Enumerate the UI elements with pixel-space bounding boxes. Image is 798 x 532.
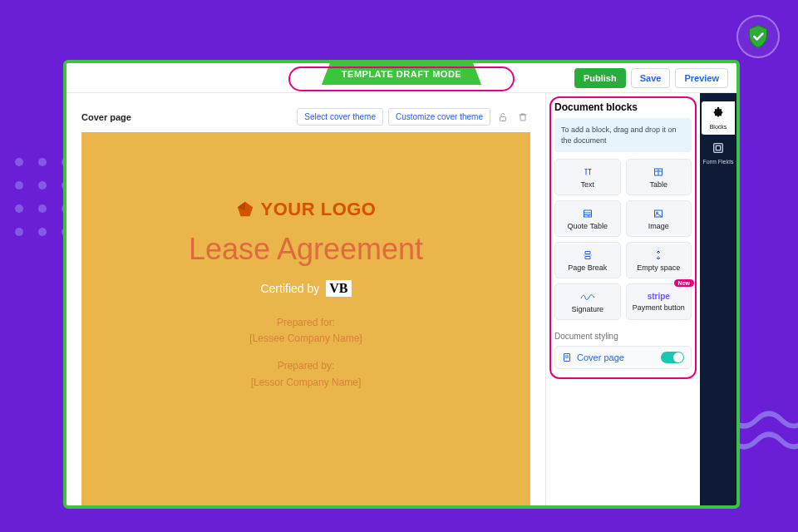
cover-page-label: Cover page (81, 112, 131, 122)
prepared-by-block: Prepared by: [Lessor Company Name] (251, 358, 362, 390)
canvas-column: Cover page Select cover theme Customize … (66, 93, 545, 505)
block-label: Text (580, 180, 594, 189)
svg-rect-8 (716, 145, 720, 150)
rail-tab-blocks[interactable]: Blocks (702, 101, 735, 135)
prepared-for-block: Prepared for: [Lessee Company Name] (249, 315, 362, 347)
rail-label: Blocks (710, 124, 727, 130)
signature-icon (580, 291, 595, 303)
save-button[interactable]: Save (631, 68, 671, 88)
block-label: Signature (571, 305, 603, 313)
empty-space-icon (653, 249, 664, 261)
prepared-for-value: [Lessee Company Name] (249, 331, 362, 347)
block-text[interactable]: Text (554, 159, 621, 195)
blocks-panel-tip: To add a block, drag and drop it on the … (554, 118, 692, 152)
shield-icon (745, 23, 771, 50)
new-badge: New (674, 279, 694, 287)
blocks-panel-title: Document blocks (554, 101, 692, 113)
block-page-break[interactable]: Page Break (554, 242, 621, 278)
svg-rect-3 (584, 210, 591, 217)
block-label: Table (649, 180, 667, 189)
table-icon (653, 166, 664, 178)
customize-cover-theme-button[interactable]: Customize cover theme (388, 108, 490, 126)
certified-mark: VB (326, 280, 351, 297)
template-mode-badge: TEMPLATE DRAFT MODE (322, 63, 481, 85)
rail-label: Form Fields (703, 159, 734, 165)
cover-toggle-switch[interactable] (661, 352, 684, 363)
stripe-logo: stripe (648, 292, 670, 301)
svg-rect-0 (500, 116, 506, 121)
svg-rect-7 (714, 144, 723, 153)
block-label: Page Break (568, 264, 607, 272)
workspace: Cover page Select cover theme Customize … (66, 93, 736, 505)
canvas-header: Cover page Select cover theme Customize … (81, 108, 530, 126)
puzzle-icon (712, 106, 725, 122)
block-label: Empty space (637, 264, 680, 272)
bg-dots-decor (0, 158, 70, 236)
logo-text: YOUR LOGO (261, 199, 377, 220)
block-quote-table[interactable]: Quote Table (554, 200, 621, 237)
top-toolbar: TEMPLATE DRAFT MODE Publish Save Preview (66, 63, 736, 93)
template-mode-label: TEMPLATE DRAFT MODE (342, 69, 461, 79)
block-label: Payment button (633, 303, 685, 312)
block-table[interactable]: Table (626, 159, 692, 195)
block-empty-space[interactable]: Empty space (626, 242, 692, 278)
logo-icon (236, 200, 254, 219)
document-title: Lease Agreement (189, 232, 423, 267)
quote-table-icon (582, 208, 594, 219)
block-payment-button[interactable]: New stripe Payment button (626, 283, 692, 320)
security-shield-badge (736, 15, 780, 58)
select-cover-theme-button[interactable]: Select cover theme (297, 108, 383, 126)
preview-button[interactable]: Preview (675, 68, 728, 88)
svg-rect-1 (520, 115, 525, 121)
cover-page-toggle-row[interactable]: Cover page (554, 346, 692, 369)
block-label: Quote Table (568, 222, 608, 230)
document-styling-label: Document styling (554, 332, 692, 341)
blocks-panel: Document blocks To add a block, drag and… (545, 93, 700, 505)
rail-tab-form-fields[interactable]: Form Fields (702, 136, 735, 170)
certified-prefix: Certified by (260, 282, 319, 295)
prepared-for-label: Prepared for: (249, 315, 362, 331)
block-image[interactable]: Image (626, 200, 692, 237)
page-icon (562, 352, 572, 362)
image-icon (653, 208, 664, 219)
certified-by-row: Certified by VB (260, 280, 351, 297)
cover-page-preview[interactable]: YOUR LOGO Lease Agreement Certified by V… (81, 132, 530, 505)
lock-icon[interactable] (495, 110, 510, 125)
text-icon (582, 166, 594, 178)
logo-placeholder: YOUR LOGO (236, 199, 377, 220)
cover-toggle-label: Cover page (577, 352, 624, 362)
block-label: Image (648, 222, 669, 230)
app-window: TEMPLATE DRAFT MODE Publish Save Preview… (63, 60, 740, 509)
trash-icon[interactable] (515, 110, 530, 125)
block-signature[interactable]: Signature (554, 283, 621, 320)
right-rail: Blocks Form Fields (700, 93, 736, 505)
publish-button[interactable]: Publish (574, 68, 626, 88)
form-fields-icon (712, 141, 725, 157)
prepared-by-value: [Lessor Company Name] (251, 375, 362, 391)
page-break-icon (582, 249, 594, 261)
prepared-by-label: Prepared by: (251, 358, 362, 374)
